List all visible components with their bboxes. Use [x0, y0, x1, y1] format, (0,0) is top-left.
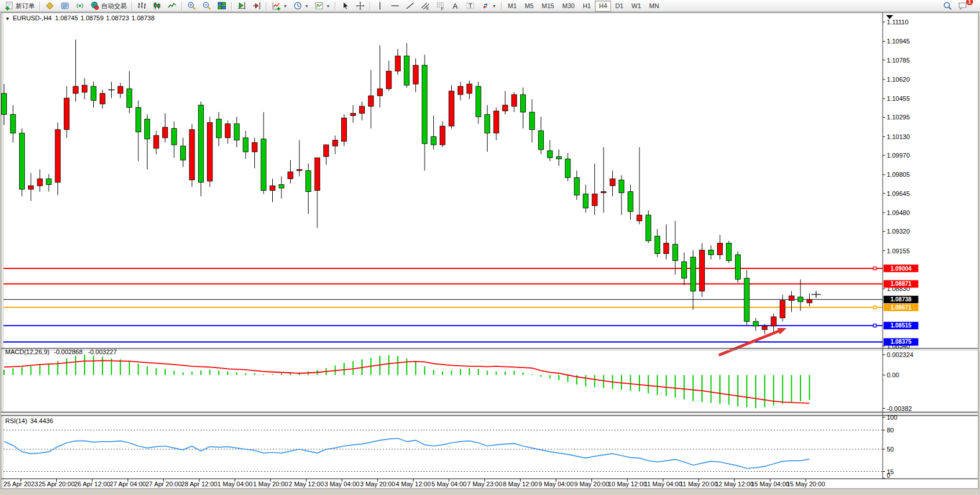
price-axis-tick-label: 1.10785	[887, 57, 910, 64]
macd-scale-label: 0.002324	[887, 351, 913, 358]
time-axis-label: 7 May 23:00	[467, 481, 503, 487]
time-axis-label: 8 May 12:00	[503, 481, 538, 487]
chart-symbol: EURUSD-,H4	[13, 14, 52, 21]
title-close: 1.08738	[131, 14, 155, 21]
rsi-plot[interactable]	[3, 416, 883, 479]
price-level-badge-label: 1.08738	[890, 296, 912, 303]
title-open: 1.08745	[55, 14, 78, 21]
time-axis-label: 25 Apr 2023	[3, 481, 38, 487]
time-axis-label: 2 May 12:00	[289, 481, 324, 487]
chart-area: 1.111101.109451.107851.106201.104551.102…	[0, 0, 980, 495]
time-axis-label: 4 May 12:00	[396, 481, 431, 487]
price-axis-tick-label: 1.10295	[887, 114, 910, 121]
title-high: 1.08759	[81, 14, 104, 21]
time-axis-label: 11 May 20:00	[679, 481, 718, 487]
price-axis-tick-label: 1.09155	[887, 248, 910, 254]
title-low: 1.08723	[106, 14, 129, 21]
time-axis-label: 3 May 04:00	[324, 481, 360, 487]
time-axis-label: 27 Apr 04:00	[110, 481, 146, 487]
price-axis-tick-label: 1.09805	[887, 171, 910, 178]
price-level-badge-label: 1.08375	[890, 339, 912, 345]
price-axis-tick-label: 1.09970	[887, 152, 910, 159]
price-axis-tick-label: 1.10130	[887, 133, 910, 140]
main-chart-plot[interactable]	[3, 13, 883, 348]
macd-label: MACD(12,26,9) -0.002868 -0.003227	[5, 348, 117, 355]
rsi-scale-label: 100	[887, 414, 897, 421]
time-axis-label: 9 May 20:00	[574, 481, 609, 487]
price-level-badge-label: 1.08671	[890, 304, 912, 311]
time-axis-label: 10 May 12:00	[608, 481, 647, 487]
price-axis-tick-label: 1.09480	[887, 209, 910, 216]
chart-dropdown-icon: ▼	[5, 16, 10, 21]
mt4-window: 新订单自动交易▼▼▼EFAT▼M1M5M15M30H1H4D1W1MN1 1.1…	[0, 0, 980, 495]
price-axis-tick-label: 1.09320	[887, 228, 910, 235]
macd-scale-label: -0.00382	[887, 405, 912, 412]
price-axis-tick-label: 1.10455	[887, 95, 910, 102]
time-axis-label: 26 Apr 12:00	[74, 481, 110, 487]
price-level-badge-label: 1.08871	[890, 281, 912, 287]
macd-plot[interactable]	[3, 350, 883, 412]
time-axis-label: 12 May 12:00	[715, 481, 754, 487]
time-axis-label: 1 May 04:00	[217, 481, 253, 487]
panel-separator[interactable]	[1, 412, 978, 416]
price-level-badge-label: 1.08515	[890, 322, 912, 329]
time-axis-label: 9 May 04:00	[539, 481, 574, 487]
price-axis-tick-label: 1.10945	[887, 38, 910, 45]
rsi-scale-label: 50	[887, 446, 894, 453]
time-axis-label: 28 Apr 12:00	[181, 481, 217, 487]
time-axis-label: 15 May 20:00	[787, 481, 825, 487]
time-axis-label: 5 May 04:00	[432, 481, 467, 487]
time-axis-label: 15 May 04:00	[751, 481, 789, 487]
rsi-scale-label: 80	[887, 427, 894, 434]
time-axis-label: 25 Apr 20:00	[38, 481, 74, 487]
macd-scale-label: 0.00	[887, 372, 899, 378]
price-axis-tick-label: 1.09645	[887, 190, 910, 197]
time-axis-label: 3 May 20:00	[360, 481, 396, 487]
time-axis-label: 1 May 20:00	[253, 481, 288, 487]
price-axis-tick-label: 1.10620	[887, 76, 910, 83]
time-axis-label: 27 Apr 20:00	[145, 481, 181, 487]
price-axis-tick-label: 1.11110	[887, 19, 908, 26]
rsi-scale-label: 0	[887, 472, 890, 479]
time-axis-label: 11 May 04:00	[644, 481, 682, 487]
price-level-badge-label: 1.09004	[890, 265, 912, 272]
